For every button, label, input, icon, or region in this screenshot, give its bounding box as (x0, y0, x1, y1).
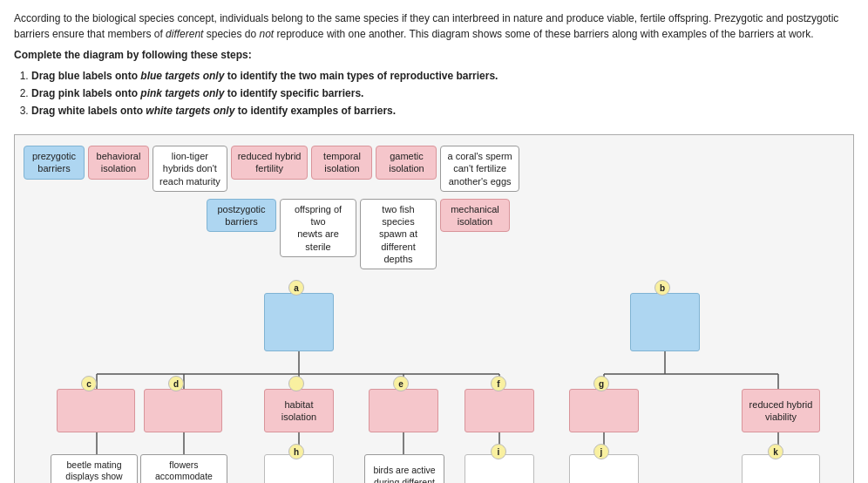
node-birds: birds are active during different times … (364, 454, 444, 483)
target-node-c[interactable] (57, 389, 135, 432)
node-flowers: flowers accommodate different insect pol… (140, 454, 227, 483)
node-reduced-hybrid-viability: reduced hybrid viability (742, 389, 820, 432)
node-beetle-mating: beetle mating displays show different sp… (51, 454, 138, 483)
target-node-b[interactable] (630, 293, 700, 351)
label-postzygotic-barriers[interactable]: postzygoticbarriers (207, 199, 276, 233)
description-paragraph: According to the biological species conc… (14, 10, 854, 42)
connector-lines (29, 280, 839, 483)
target-node-e[interactable] (369, 389, 438, 432)
label-bank-row1: prezygoticbarriers behavioralisolation l… (24, 146, 844, 192)
diagram-area: prezygoticbarriers behavioralisolation l… (14, 134, 854, 483)
steps-list: Drag blue labels onto blue targets only … (31, 68, 854, 119)
diagram-tree: a b c d habitat isolation e f g r (29, 280, 839, 483)
target-node-g[interactable] (569, 389, 639, 432)
step-2: Drag pink labels onto pink targets only … (31, 85, 854, 101)
step-1: Drag blue labels onto blue targets only … (31, 68, 854, 84)
target-node-k[interactable] (742, 454, 820, 483)
label-offspring-newts[interactable]: offspring of twonewts aresterile (280, 199, 356, 257)
top-text-area: According to the biological species conc… (0, 0, 868, 127)
target-node-f[interactable] (465, 389, 534, 432)
label-reduced-hybrid-fertility[interactable]: reduced hybridfertility (231, 146, 309, 180)
label-behavioral-isolation[interactable]: behavioralisolation (88, 146, 149, 180)
target-node-d[interactable] (144, 389, 222, 432)
label-lion-tiger[interactable]: lion-tigerhybrids don'treach maturity (153, 146, 227, 192)
label-bank-row2: postzygoticbarriers offspring of twonewt… (207, 199, 844, 269)
step-3: Drag white labels onto white targets onl… (31, 103, 854, 119)
label-two-fish[interactable]: two fish speciesspawn atdifferent depths (360, 199, 437, 269)
instructions-title: Complete the diagram by following these … (14, 47, 854, 63)
node-habitat-isolation: habitat isolation (264, 389, 334, 432)
label-coral-sperm[interactable]: a coral's spermcan't fertilizeanother's … (440, 146, 519, 192)
label-temporal-isolation[interactable]: temporalisolation (311, 146, 372, 180)
label-mechanical-isolation[interactable]: mechanicalisolation (440, 199, 510, 233)
label-prezygotic-barriers[interactable]: prezygoticbarriers (24, 146, 85, 180)
target-node-a[interactable] (264, 293, 334, 351)
label-gametic-isolation[interactable]: gameticisolation (376, 146, 437, 180)
